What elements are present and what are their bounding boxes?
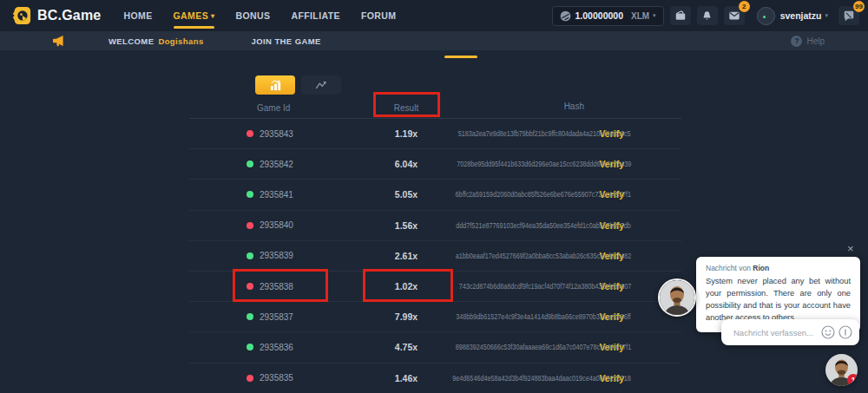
header-hash: Hash [564,102,584,111]
chat-bubble-icon [843,10,855,22]
hash-value: 7028be95dd95f441b633d6d296e0ae15cc6238dd… [457,160,631,168]
welcome-username[interactable]: Dogishans [158,36,203,46]
main-nav: HOME GAMES▾ BONUS AFFILIATE FORUM [123,10,396,21]
balance-amount: 1.00000000 [575,10,623,21]
chat-bubble-avatar[interactable]: 1 [825,354,858,386]
bar-chart-icon [269,79,282,92]
game-id-value: 2935842 [260,160,293,169]
game-id-cell: 2935835 [189,373,354,383]
table-row[interactable]: 2935837 7.99x 348bb9db61527e4c9f3e4a1414… [189,302,681,332]
messages-button[interactable]: 2 [724,6,745,25]
game-id-cell: 2935842 [189,160,354,169]
brand-name: BC.Game [37,8,101,23]
table-view-button[interactable] [255,75,295,95]
table-row[interactable]: 2935838 1.02x 743c2d874b6d8a8dcdf9fc19ac… [189,272,681,302]
result-value: 1.19x [354,128,458,139]
hash-value: 348bb9db61527e4c9f3e4a1414d9b8ba66ce8970… [457,312,631,321]
page: BC.Game HOME GAMES▾ BONUS AFFILIATE FORU… [0,0,868,393]
game-id-cell: 2935838 [189,282,354,291]
result-value: 5.05x [354,189,458,200]
result-value: 6.04x [354,159,458,169]
trend-chart-icon [315,79,327,91]
nav-item-affiliate[interactable]: AFFILIATE [291,10,339,21]
game-id-cell: 2935836 [189,343,354,352]
topbar: BC.Game HOME GAMES▾ BONUS AFFILIATE FORU… [0,0,868,31]
result-value: 1.02x [354,281,458,291]
welcome-label: WELCOME [108,36,154,46]
topbar-right: 1.00000000 XLM ▾ 2 svenjatzu ▾ 99 [552,6,859,26]
game-id-value: 2935843 [260,129,293,139]
active-tab-indicator [444,56,477,58]
unread-badge: 1 [847,374,858,386]
table-row[interactable]: 2935835 1.46x 9e4d6546d4e58a42d3b4f92488… [189,364,681,393]
result-value: 4.75x [354,342,458,352]
chat-message-text: System never placed any bet without your… [706,276,851,324]
help-icon: ? [791,36,802,47]
status-dot [247,191,253,198]
game-id-cell: 2935837 [189,312,354,322]
hash-value: 5183a2ea7e9d8e13fb79bbf21bc9ffc804dada4a… [458,129,631,138]
status-dot [247,344,253,350]
game-history-panel: Game Id Result Hash 2935843 1.19x 5183a2… [189,74,681,393]
result-value: 1.56x [354,220,458,231]
nav-item-home[interactable]: HOME [123,10,152,21]
table-row[interactable]: 2935841 5.05x 6bffc2a59159d2060d0abc85f5… [189,180,681,210]
attachment-icon[interactable] [838,325,852,339]
status-dot [247,283,253,290]
game-id-cell: 2935839 [189,251,354,260]
game-id-cell: 2935841 [189,190,354,200]
chat-message-from: Nachricht von Rion [706,264,851,272]
hash-value: 743c2d874b6d8a8dcdf9fc19acf4d70f74f12a38… [458,282,631,291]
brand-logo[interactable]: BC.Game [12,6,101,25]
table-body: 2935843 1.19x 5183a2ea7e9d8e13fb79bbf21b… [189,119,681,393]
nav-item-games[interactable]: GAMES▾ [174,10,215,21]
close-icon[interactable]: × [847,243,854,254]
wallet-button[interactable] [670,6,691,25]
help-link[interactable]: ? Help [791,36,825,47]
user-menu[interactable]: svenjatzu ▾ [757,7,828,25]
help-label: Help [806,36,825,46]
table-row[interactable]: 2935839 2.61x a1bb0eaaf17ed4527669f2a0bb… [189,241,681,272]
site-chat-button[interactable]: 99 [838,6,859,25]
table-row[interactable]: 2935836 4.75x 8988392450666c53f30afaaaea… [189,332,681,363]
table-row[interactable]: 2935843 1.19x 5183a2ea7e9d8e13fb79bbf21b… [189,119,681,149]
game-id-value: 2935836 [260,343,293,352]
bcgame-logo-icon [12,6,31,25]
nav-item-bonus[interactable]: BONUS [235,10,270,21]
chat-sender-name: Rion [753,264,769,272]
chat-message-input[interactable] [733,328,818,337]
result-value: 2.61x [354,251,458,261]
chat-sender-avatar[interactable] [658,278,696,317]
game-id-cell: 2935843 [189,129,354,139]
user-avatar [757,7,775,25]
username: svenjatzu [780,10,822,21]
nav-item-label: GAMES [174,10,209,21]
megaphone-icon [52,35,65,47]
game-id-value: 2935835 [260,373,293,383]
emoji-icon[interactable] [821,325,835,339]
table-header: Game Id Result Hash [189,97,681,119]
table-row[interactable]: 2935842 6.04x 7028be95dd95f441b633d6d296… [189,149,681,180]
game-id-value: 2935838 [260,282,293,291]
status-dot [247,130,253,137]
result-value: 7.99x [354,311,458,322]
chat-badge: 99 [853,1,865,12]
header-result: Result [354,103,458,113]
header-game-id: Game Id [189,103,354,113]
nav-item-forum[interactable]: FORUM [361,10,397,21]
game-id-cell: 2935840 [189,220,354,230]
hash-value: 6bffc2a59159d2060d0abc85f526e6be676e5590… [456,190,631,199]
hash-value: ddd7f521e87769103ecf94ea35da50ee354efd1c… [457,221,631,230]
hash-value: 8988392450666c53f30afaaaea69c1d6a7c0407e… [455,343,631,351]
status-dot [247,375,253,382]
status-dot [247,222,253,229]
table-row[interactable]: 2935840 1.56x ddd7f521e87769103ecf94ea35… [189,211,681,241]
mail-icon [728,10,740,22]
mail-badge: 2 [739,1,750,12]
notifications-button[interactable] [697,6,718,25]
balance-selector[interactable]: 1.00000000 XLM ▾ [552,6,664,26]
result-value: 1.46x [354,373,458,383]
wallet-icon [674,10,687,22]
trend-view-button[interactable] [301,75,341,95]
game-id-value: 2935839 [260,251,293,260]
